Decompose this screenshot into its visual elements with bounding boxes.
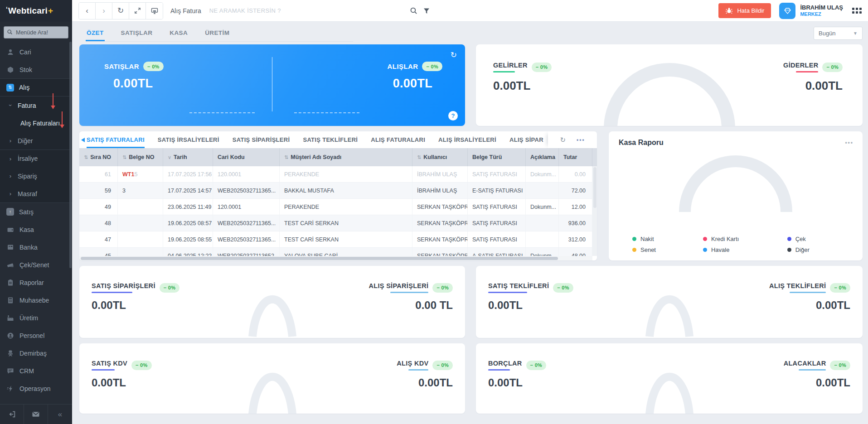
- column-header-aciklama[interactable]: Açıklama: [526, 148, 559, 166]
- column-header-cari-kodu[interactable]: Cari Kodu: [213, 148, 280, 166]
- chevron-right-icon: ›: [8, 155, 13, 162]
- sidebar-item-raporlar[interactable]: Raporlar: [0, 274, 72, 291]
- tabs-scroll-left-icon[interactable]: [79, 131, 87, 148]
- tab-alis-siparisleri[interactable]: ALIŞ SİPAR: [509, 131, 543, 148]
- refresh-button[interactable]: ↻: [112, 3, 129, 19]
- refresh-icon[interactable]: ↻: [451, 50, 457, 60]
- sidebar-item-label: İrsaliye: [18, 155, 38, 162]
- sort-icon: ⇅: [417, 154, 421, 160]
- table-more-icon[interactable]: •••: [577, 137, 585, 143]
- sidebar-item-banka[interactable]: Banka: [0, 238, 72, 256]
- table-row[interactable]: 48 19.06.2025 08:57 WEB2025032711365... …: [79, 215, 597, 231]
- user-menu[interactable]: İBRAHİM ULAŞ MERKEZ: [779, 3, 843, 19]
- stat-right-value: 0.00 TL: [369, 299, 453, 312]
- sidebar-item-label: Personel: [19, 332, 44, 339]
- collapse-sidebar-icon[interactable]: «: [48, 405, 72, 424]
- chevron-right-icon: ›: [8, 137, 13, 144]
- apps-grid-icon[interactable]: [852, 8, 862, 14]
- sidebar-item-alis[interactable]: ⇅ Alış: [0, 79, 72, 96]
- tab-alis-irsaliyeleri[interactable]: ALIŞ İRSALİYELERİ: [438, 131, 496, 148]
- column-header-kullanici[interactable]: ⇅Kullanıcı: [412, 148, 468, 166]
- stat-left-label: BORÇLAR: [488, 360, 522, 371]
- tab-alis-faturalari[interactable]: ALIŞ FATURALARI: [371, 131, 425, 148]
- stat-right-change-badge: − 0%: [830, 283, 850, 293]
- tab-satis-irsaliyeleri[interactable]: SATIŞ İRSALİYELERİ: [158, 131, 219, 148]
- stat-right-label: ALIŞ KDV: [397, 360, 428, 371]
- back-button[interactable]: ‹: [79, 3, 96, 19]
- column-header-tutar[interactable]: Tutar: [559, 148, 592, 166]
- expense-block: GİDERLER − 0% 0.00TL: [783, 62, 843, 93]
- tab-satislar[interactable]: SATIŞLAR: [120, 24, 154, 41]
- filter-icon[interactable]: [423, 7, 430, 14]
- sidebar-item-irsaliye[interactable]: › İrsaliye: [0, 149, 72, 167]
- sales-value: 0.00TL: [104, 77, 164, 91]
- table-horizontal-scrollbar[interactable]: [79, 256, 592, 260]
- table-row[interactable]: 45 04.06.2025 12:22 WEB20250327113652 YA…: [79, 248, 597, 256]
- debts-receivables-card: BORÇLAR − 0% 0.00TL ALACAKLAR − 0% 0.00T…: [476, 343, 863, 414]
- sidebar-item-siparis[interactable]: › Sipariş: [0, 167, 72, 185]
- report-bug-button[interactable]: Hata Bildir: [718, 3, 771, 18]
- column-header-sira-no[interactable]: ⇅Sıra NO: [79, 148, 118, 166]
- stat-left-label: SATIŞ KDV: [92, 360, 127, 371]
- sidebar: ʻWebticari+ Cari Stok ⇅ Alış: [0, 0, 72, 424]
- column-header-tarih[interactable]: ∨Tarih: [163, 148, 213, 166]
- sidebar-item-label: Sipariş: [18, 173, 37, 180]
- sidebar-search-input[interactable]: [4, 26, 68, 39]
- sidebar-item-cari[interactable]: Cari: [0, 43, 72, 61]
- table-row[interactable]: 49 23.06.2025 11:49 120.0001 PERAKENDE S…: [79, 199, 597, 215]
- logout-icon[interactable]: [0, 405, 24, 424]
- search-icon[interactable]: [410, 7, 417, 14]
- tab-ozet[interactable]: ÖZET: [86, 24, 105, 41]
- chevron-right-icon: ›: [8, 173, 13, 179]
- tab-uretim[interactable]: ÜRETİM: [204, 24, 230, 41]
- tab-satis-teklifleri[interactable]: SATIŞ TEKLİFLERİ: [303, 131, 358, 148]
- monitor-button[interactable]: [146, 3, 163, 19]
- mail-icon[interactable]: [24, 405, 48, 424]
- bug-icon: [725, 7, 733, 14]
- sidebar-item-kasa[interactable]: Kasa: [0, 221, 72, 238]
- app-logo[interactable]: ʻWebticari+: [0, 0, 72, 22]
- sidebar-item-label: Raporlar: [19, 279, 44, 286]
- sidebar-item-muhasebe[interactable]: Muhasebe: [0, 291, 72, 309]
- date-range-select[interactable]: Bugün ▼: [814, 27, 863, 40]
- sidebar-item-label: Satış: [19, 208, 34, 216]
- sidebar-item-demirbas[interactable]: Demirbaş: [0, 344, 72, 362]
- sidebar-item-label: Alış: [19, 84, 29, 91]
- sidebar-item-uretim[interactable]: Üretim: [0, 309, 72, 327]
- forward-button[interactable]: ›: [96, 3, 112, 19]
- sidebar-item-operasyon[interactable]: Operasyon: [0, 380, 72, 397]
- table-refresh-icon[interactable]: ↻: [560, 136, 566, 144]
- tab-satis-siparisleri[interactable]: SATIŞ SİPARİŞLERİ: [233, 131, 290, 148]
- vat-stat-card: SATIŞ KDV − 0% 0.00TL ALIŞ KDV − 0% 0.00…: [79, 343, 465, 414]
- sidebar-item-label: Muhasebe: [19, 297, 49, 304]
- table-row[interactable]: 59 3 17.07.2025 14:57 WEB2025032711365..…: [79, 183, 597, 199]
- sidebar-item-satis[interactable]: ↑ Satış: [0, 203, 72, 221]
- help-button[interactable]: ?: [448, 111, 458, 120]
- sidebar-item-stok[interactable]: Stok: [0, 61, 72, 78]
- legend-item-senet: Senet: [632, 246, 703, 253]
- logo-mark: ʻ: [6, 5, 8, 13]
- table-row[interactable]: 47 19.06.2025 08:55 WEB2025032711365... …: [79, 231, 597, 248]
- column-header-belge-turu[interactable]: Belge Türü: [468, 148, 526, 166]
- table-vertical-scrollbar[interactable]: [592, 166, 597, 256]
- sidebar-item-label: Alış Faturaları: [20, 120, 60, 127]
- sidebar-item-label: Cari: [19, 48, 31, 56]
- sidebar-item-crm[interactable]: CRM: [0, 362, 72, 380]
- sidebar-item-personel[interactable]: Personel: [0, 327, 72, 344]
- column-header-belge-no[interactable]: ⇅Belge NO: [118, 148, 163, 166]
- cube-icon: [6, 66, 15, 73]
- sidebar-item-diger[interactable]: › Diğer: [0, 132, 72, 149]
- sidebar-item-masraf[interactable]: › Masraf: [0, 185, 72, 202]
- sidebar-menu: Cari Stok ⇅ Alış › Fatura Alış Faturalar…: [0, 39, 72, 404]
- column-header-musteri[interactable]: ⇅Müşteri Adı Soyadı: [280, 148, 412, 166]
- sidebar-scrollbar[interactable]: [69, 42, 72, 268]
- table-row[interactable]: 61 WT15 17.07.2025 17:56 120.0001 PERAKE…: [79, 166, 597, 183]
- tab-satis-faturalari[interactable]: SATIŞ FATURALARI: [87, 131, 145, 148]
- fullscreen-button[interactable]: [129, 3, 146, 19]
- app-root: ʻWebticari+ Cari Stok ⇅ Alış: [0, 0, 868, 424]
- card-more-icon[interactable]: •••: [845, 140, 853, 146]
- sidebar-item-cek-senet[interactable]: Çek/Senet: [0, 256, 72, 274]
- legend-item-havale: Havale: [703, 246, 787, 253]
- global-search-input[interactable]: [209, 7, 404, 14]
- tab-kasa[interactable]: KASA: [169, 24, 189, 41]
